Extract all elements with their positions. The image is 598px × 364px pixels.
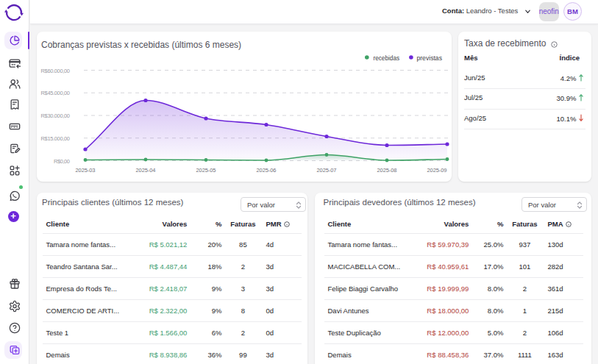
svg-text:2025-08: 2025-08 [377, 167, 397, 174]
svg-text:R$60.000,00: R$60.000,00 [41, 68, 71, 74]
svg-text:2025-03: 2025-03 [76, 167, 96, 174]
svg-text:2025-05: 2025-05 [196, 167, 216, 174]
svg-text:2025-04: 2025-04 [136, 167, 156, 174]
svg-text:R$0,00: R$0,00 [54, 158, 70, 165]
svg-text:recebidas: recebidas [373, 54, 399, 62]
svg-text:R$15.000,00: R$15.000,00 [41, 135, 71, 142]
svg-text:2025-06: 2025-06 [257, 167, 277, 174]
svg-text:R$45.000,00: R$45.000,00 [41, 90, 71, 96]
svg-text:R$30.000,00: R$30.000,00 [41, 113, 71, 119]
svg-text:previstas: previstas [416, 54, 442, 62]
svg-text:2025-07: 2025-07 [317, 167, 337, 174]
svg-text:2025-09: 2025-09 [427, 167, 447, 174]
